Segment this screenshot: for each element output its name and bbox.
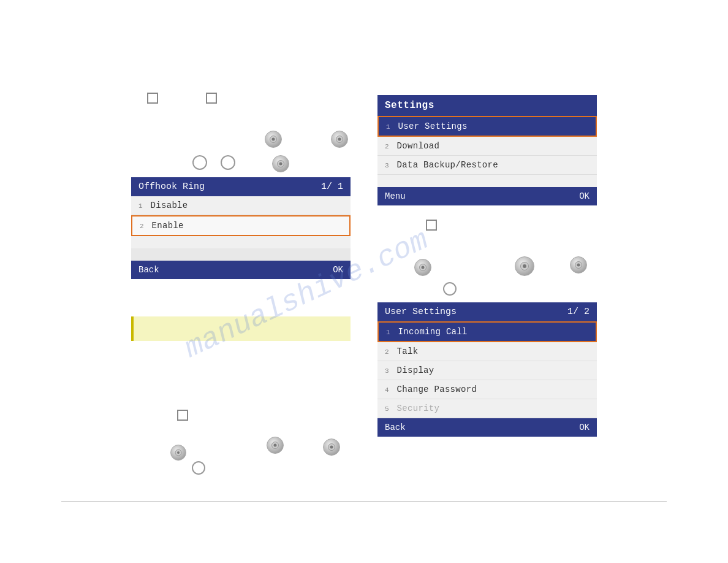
offhook-item-1[interactable]: 1 Disable bbox=[131, 196, 351, 215]
user-settings-item-5-label: Security bbox=[397, 404, 440, 413]
settings-item-2[interactable]: 2 Download bbox=[377, 137, 597, 156]
user-settings-item-3[interactable]: 3 Display bbox=[377, 361, 597, 380]
user-settings-item-4[interactable]: 4 Change Password bbox=[377, 380, 597, 399]
settings-panel: Settings 1 User Settings 2 Download 3 Da… bbox=[377, 95, 597, 205]
user-settings-item-2-num: 2 bbox=[385, 348, 389, 356]
offhook-item-2[interactable]: 2 Enable bbox=[131, 215, 351, 236]
bottom-divider bbox=[61, 501, 667, 502]
small-square-3 bbox=[426, 220, 437, 231]
cd-icon-5 bbox=[515, 256, 534, 276]
user-settings-title: User Settings bbox=[385, 307, 457, 317]
settings-title: Settings bbox=[377, 95, 597, 116]
offhook-item-1-num: 1 bbox=[138, 202, 143, 210]
user-settings-item-3-num: 3 bbox=[385, 367, 389, 375]
offhook-footer-back[interactable]: Back bbox=[138, 265, 159, 275]
settings-item-3[interactable]: 3 Data Backup/Restore bbox=[377, 156, 597, 175]
user-settings-item-3-label: Display bbox=[397, 366, 434, 375]
settings-item-1-label: User Settings bbox=[398, 121, 468, 131]
user-settings-item-5-num: 5 bbox=[385, 405, 389, 413]
small-square-1 bbox=[147, 93, 158, 104]
offhook-item-2-num: 2 bbox=[140, 223, 144, 230]
offhook-panel: Offhook Ring 1/ 1 1 Disable 2 Enable Bac… bbox=[131, 177, 351, 279]
user-settings-item-1-num: 1 bbox=[386, 329, 390, 336]
user-settings-footer-back[interactable]: Back bbox=[385, 423, 406, 432]
user-settings-item-4-num: 4 bbox=[385, 386, 389, 394]
small-square-4 bbox=[177, 410, 188, 421]
cd-icon-2 bbox=[331, 131, 348, 148]
settings-item-3-num: 3 bbox=[385, 162, 389, 169]
offhook-title-row: Offhook Ring 1/ 1 bbox=[131, 177, 351, 196]
offhook-item-2-label: Enable bbox=[152, 221, 184, 231]
circle-icon-3 bbox=[443, 282, 457, 296]
settings-footer: Menu OK bbox=[377, 187, 597, 205]
settings-footer-menu[interactable]: Menu bbox=[385, 191, 406, 201]
offhook-footer: Back OK bbox=[131, 261, 351, 279]
settings-item-1[interactable]: 1 User Settings bbox=[377, 116, 597, 137]
offhook-page: 1/ 1 bbox=[321, 182, 343, 192]
user-settings-page: 1/ 2 bbox=[567, 307, 590, 317]
user-settings-item-2-label: Talk bbox=[397, 347, 419, 356]
user-settings-item-1-label: Incoming Call bbox=[398, 327, 468, 337]
yellow-highlight-bar bbox=[131, 316, 351, 341]
offhook-footer-ok[interactable]: OK bbox=[333, 265, 343, 275]
cd-icon-4 bbox=[414, 259, 431, 276]
cd-icon-6 bbox=[570, 256, 587, 274]
user-settings-panel: User Settings 1/ 2 1 Incoming Call 2 Tal… bbox=[377, 302, 597, 437]
cd-icon-1 bbox=[265, 131, 282, 148]
user-settings-item-2[interactable]: 2 Talk bbox=[377, 342, 597, 361]
user-settings-footer: Back OK bbox=[377, 418, 597, 437]
cd-icon-9 bbox=[323, 439, 340, 456]
circle-icon-2 bbox=[221, 155, 235, 170]
offhook-title: Offhook Ring bbox=[138, 182, 205, 192]
cd-icon-8 bbox=[267, 437, 284, 454]
settings-item-3-label: Data Backup/Restore bbox=[397, 160, 498, 170]
cd-icon-3 bbox=[272, 155, 289, 172]
settings-item-1-num: 1 bbox=[386, 123, 390, 131]
cd-icon-7 bbox=[170, 445, 186, 461]
user-settings-item-5: 5 Security bbox=[377, 399, 597, 418]
settings-footer-ok[interactable]: OK bbox=[579, 191, 590, 201]
offhook-item-1-label: Disable bbox=[151, 201, 188, 210]
user-settings-footer-ok[interactable]: OK bbox=[579, 423, 590, 432]
user-settings-title-row: User Settings 1/ 2 bbox=[377, 302, 597, 321]
circle-icon-4 bbox=[192, 461, 205, 475]
settings-item-2-label: Download bbox=[397, 141, 440, 151]
small-square-2 bbox=[206, 93, 217, 104]
user-settings-item-4-label: Change Password bbox=[397, 385, 477, 394]
user-settings-item-1[interactable]: 1 Incoming Call bbox=[377, 321, 597, 342]
settings-item-2-num: 2 bbox=[385, 143, 389, 150]
circle-icon-1 bbox=[192, 155, 207, 170]
